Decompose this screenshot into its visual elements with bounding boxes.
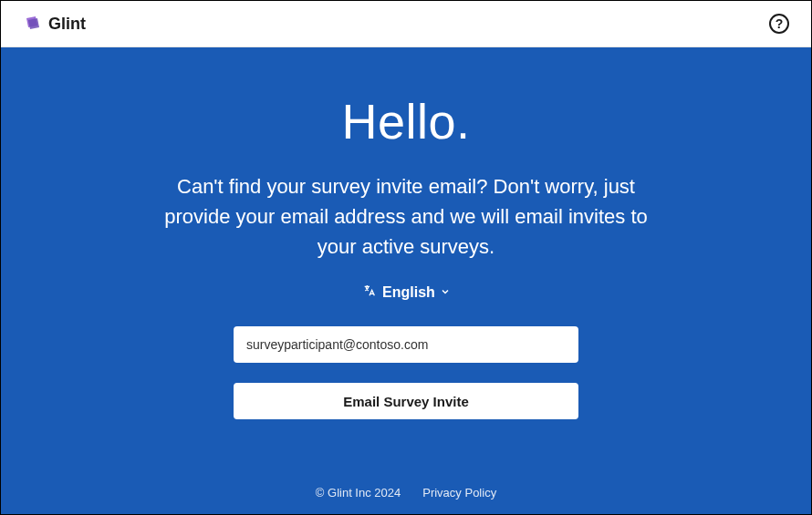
- footer: © Glint Inc 2024 Privacy Policy: [316, 486, 496, 500]
- header: Glint ?: [1, 1, 811, 47]
- chevron-down-icon: [441, 287, 450, 298]
- email-survey-invite-button[interactable]: Email Survey Invite: [234, 383, 578, 419]
- brand-name: Glint: [48, 15, 86, 34]
- copyright-text: © Glint Inc 2024: [316, 486, 401, 500]
- glint-logo-icon: [23, 15, 41, 33]
- privacy-policy-link[interactable]: Privacy Policy: [422, 486, 496, 500]
- main-content: Hello. Can't find your survey invite ema…: [1, 47, 811, 514]
- subtitle-text: Can't find your survey invite email? Don…: [160, 171, 652, 262]
- help-icon[interactable]: ?: [769, 14, 789, 34]
- email-field[interactable]: [234, 326, 578, 363]
- language-label: English: [382, 284, 435, 301]
- language-selector[interactable]: English: [362, 283, 450, 301]
- brand: Glint: [23, 15, 86, 34]
- translate-icon: [362, 283, 377, 301]
- greeting-heading: Hello.: [341, 93, 470, 149]
